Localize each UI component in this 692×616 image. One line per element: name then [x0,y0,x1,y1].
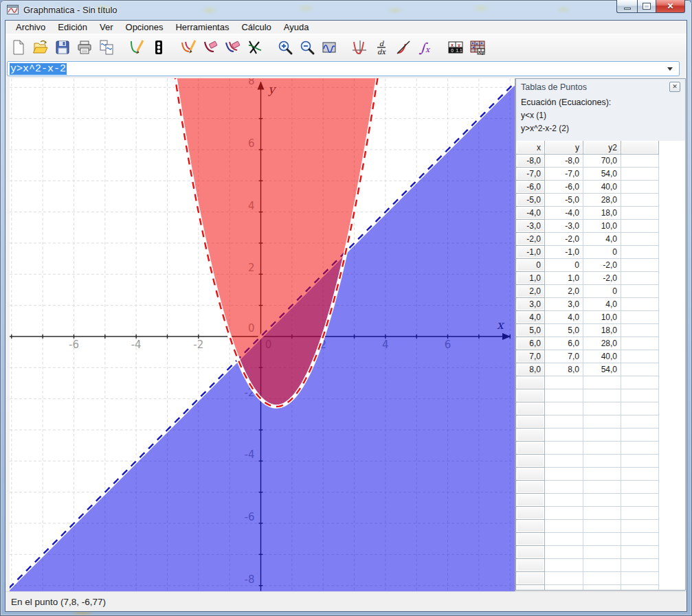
cell-y[interactable]: 7,0 [545,350,583,363]
cell-x[interactable]: -6,0 [517,181,545,194]
cell-x[interactable]: 4,0 [517,311,545,324]
data-plot-editor-icon: xy [469,39,486,56]
cell-y[interactable]: -8,0 [545,155,583,168]
cell-y2[interactable]: 54,0 [583,168,621,181]
menu-item-archivo[interactable]: Archivo [10,21,52,34]
cell-y2[interactable]: -2,0 [583,259,621,272]
cell-x[interactable]: 1,0 [517,272,545,285]
svg-text:-6: -6 [69,339,79,351]
cell-x[interactable]: -5,0 [517,194,545,207]
redraw-curve-button[interactable] [179,38,198,56]
critical-points-button[interactable] [350,38,368,56]
draw-graph-button[interactable] [127,38,146,56]
cell-y[interactable]: 3,0 [545,298,583,311]
new-file-button[interactable] [9,38,27,56]
cell-y[interactable]: -7,0 [545,168,583,181]
cell-y2[interactable]: 0 [583,285,621,298]
cell-y[interactable]: 4,0 [545,311,583,324]
cell-y[interactable]: -1,0 [545,246,583,259]
cell-x[interactable]: 6,0 [517,337,545,350]
cell-x[interactable]: -8,0 [517,155,545,168]
menu-item-edicion[interactable]: Edición [52,21,93,34]
cell-y[interactable]: 6,0 [545,337,583,350]
cell-x[interactable]: -7,0 [517,168,545,181]
zoom-in-button[interactable] [276,38,294,56]
window-title: Graphmatica - Sin título [23,5,118,15]
menu-item-calculo[interactable]: Cálculo [235,21,277,34]
cell-y2[interactable]: -2,0 [583,272,621,285]
cell-y[interactable]: 5,0 [545,324,583,337]
toolbar: ddx∫xxy01.1xy [5,34,687,60]
cell-y2[interactable]: 28,0 [583,194,621,207]
print-button[interactable] [75,38,93,56]
app-window: Graphmatica - Sin título ✕ ArchivoEdició… [0,0,692,616]
derivative-button[interactable]: ddx [372,38,390,56]
column-header-y[interactable]: y [545,141,583,155]
cell-y[interactable]: 8,0 [545,363,583,376]
column-header-x[interactable]: x [517,141,545,155]
open-file-button[interactable] [31,38,49,56]
table-row: -8,0-8,070,0 [517,155,685,168]
svg-text:y: y [481,49,484,54]
cell-x[interactable]: -4,0 [517,207,545,220]
cell-y2[interactable]: 10,0 [583,311,621,324]
cell-y2[interactable]: 54,0 [583,363,621,376]
cell-x[interactable]: -1,0 [517,246,545,259]
maximize-button[interactable] [637,0,656,13]
zoom-out-button[interactable] [298,38,316,56]
minimize-button[interactable] [616,0,637,13]
cell-y2[interactable]: 10,0 [583,220,621,233]
menu-item-opciones[interactable]: Opciones [120,21,170,34]
panel-close-button[interactable]: ✕ [669,82,680,92]
combo-dropdown-arrow[interactable] [667,67,673,71]
data-plot-editor-button[interactable]: xy [468,38,487,56]
close-button[interactable]: ✕ [656,0,685,13]
cell-y2[interactable]: 18,0 [583,324,621,337]
cell-x[interactable]: 8,0 [517,363,545,376]
cell-y2[interactable]: 40,0 [583,181,621,194]
cell-x[interactable]: 0 [517,259,545,272]
panel-title: Tablas de Puntos [521,82,669,92]
table-row-empty [517,520,685,533]
cell-y2[interactable]: 4,0 [583,233,621,246]
cell-y[interactable]: -6,0 [545,181,583,194]
menu-item-ver[interactable]: Ver [93,21,120,34]
cell-x[interactable]: -2,0 [517,233,545,246]
cell-x[interactable]: 7,0 [517,350,545,363]
cell-y2[interactable]: 0 [583,246,621,259]
equation-input[interactable]: y>x^2-x-2 [7,61,680,76]
save-file-button[interactable] [53,38,71,56]
copy-graphs-button[interactable] [97,38,115,56]
cell-y[interactable]: -4,0 [545,207,583,220]
column-header-y2[interactable]: y2 [583,141,621,155]
pause-redraw-button[interactable] [149,38,168,56]
cell-y2[interactable]: 18,0 [583,207,621,220]
cell-y2[interactable]: 28,0 [583,337,621,350]
point-tables-button[interactable]: xy01.1 [446,38,465,56]
cell-y[interactable]: -5,0 [545,194,583,207]
cell-y2[interactable]: 4,0 [583,298,621,311]
integrate-button[interactable]: ∫x [416,38,434,56]
find-intersection-button[interactable] [245,38,264,56]
menu-item-ayuda[interactable]: Ayuda [278,21,315,34]
cell-y[interactable]: -2,0 [545,233,583,246]
close-icon: ✕ [667,2,673,10]
graph-canvas[interactable]: -6-4-20246-8-6-4-202468yx [10,78,515,591]
cell-x[interactable]: 5,0 [517,324,545,337]
menu-item-herramientas[interactable]: Herramientas [169,21,235,34]
cell-y[interactable]: 0 [545,259,583,272]
cell-x[interactable]: 3,0 [517,298,545,311]
cell-y[interactable]: 2,0 [545,285,583,298]
delete-curve-button[interactable] [201,38,220,56]
cell-x[interactable]: -3,0 [517,220,545,233]
cell-x[interactable]: 2,0 [517,285,545,298]
cell-y2[interactable]: 40,0 [583,350,621,363]
cell-y2[interactable]: 70,0 [583,155,621,168]
title-bar[interactable]: Graphmatica - Sin título ✕ [0,0,692,21]
cell-y[interactable]: -3,0 [545,220,583,233]
tangent-line-button[interactable] [394,38,412,56]
delete-all-curves-icon [225,39,241,56]
cell-y[interactable]: 1,0 [545,272,583,285]
grid-range-button[interactable] [320,38,338,56]
delete-all-curves-button[interactable] [223,38,242,56]
